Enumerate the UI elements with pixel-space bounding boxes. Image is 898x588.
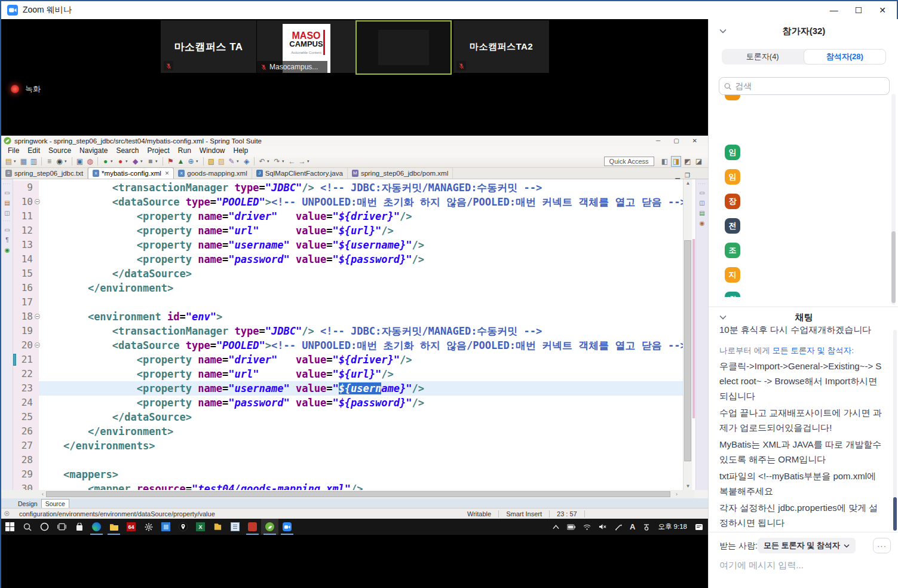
- vertical-scrollbar[interactable]: ▲ ▼: [683, 179, 692, 490]
- taskbar-task-view-icon[interactable]: [53, 519, 71, 535]
- hierarchy-icon[interactable]: ◫: [1, 210, 13, 216]
- toolbar-icon[interactable]: ◍: [85, 156, 95, 167]
- dropdown-arrow-icon[interactable]: ▾: [196, 159, 201, 164]
- close-button[interactable]: ✕: [879, 1, 886, 19]
- project-explorer-icon[interactable]: ▤: [1, 200, 13, 206]
- battery-icon[interactable]: [567, 524, 575, 530]
- taskbar-search-icon[interactable]: [19, 519, 36, 535]
- taskbar-photos-icon[interactable]: [157, 519, 174, 535]
- toolbar-icon[interactable]: ◆: [130, 156, 140, 167]
- video-tile[interactable]: 마소캠퍼스 TA: [161, 20, 256, 73]
- notification-center-icon[interactable]: [695, 523, 703, 531]
- dropdown-arrow-icon[interactable]: ▾: [14, 159, 19, 164]
- participants-scrollbar[interactable]: [891, 94, 896, 305]
- toolbar-icon[interactable]: ◈: [241, 156, 252, 167]
- chat-more-button[interactable]: ···: [873, 538, 891, 553]
- editor-minimize-icon[interactable]: ▁: [675, 172, 680, 179]
- dropdown-arrow-icon[interactable]: ▾: [65, 159, 69, 164]
- scroll-right-arrow[interactable]: ›: [676, 490, 678, 498]
- taskbar-settings-icon[interactable]: [140, 519, 157, 535]
- video-tile[interactable]: 마소캠퍼스TA2: [453, 20, 549, 73]
- toolbar-icon[interactable]: ↶: [257, 156, 267, 167]
- participant-avatar[interactable]: 지: [725, 267, 740, 283]
- vertical-scroll-thumb[interactable]: [684, 240, 691, 461]
- volume-muted-icon[interactable]: [599, 523, 607, 530]
- toolbar-icon[interactable]: ▲: [176, 156, 186, 167]
- code-area[interactable]: <transactionManager type="JDBC"/> <!-- J…: [39, 180, 683, 490]
- horizontal-scrollbar[interactable]: ‹ ›: [1, 490, 694, 498]
- toolbar-icon[interactable]: ←: [287, 156, 297, 167]
- toolbar-icon[interactable]: ↷: [272, 156, 282, 167]
- taskbar-spring-tool-suite-icon[interactable]: [261, 519, 278, 535]
- participants-tab[interactable]: 토론자(4): [722, 49, 804, 65]
- restore-view-icon[interactable]: ▭: [696, 189, 708, 196]
- dropdown-arrow-icon[interactable]: ▾: [282, 159, 287, 164]
- toolbar-icon[interactable]: ▣: [75, 156, 85, 167]
- minimize-button[interactable]: —: [830, 1, 838, 19]
- menu-navigate[interactable]: Navigate: [75, 146, 112, 155]
- toolbar-icon[interactable]: ▤: [4, 156, 14, 167]
- taskbar-edge-icon[interactable]: [88, 519, 105, 535]
- scroll-left-arrow[interactable]: ‹: [42, 490, 44, 498]
- dropdown-arrow-icon[interactable]: ▾: [307, 159, 312, 164]
- taskbar-file-explorer-icon[interactable]: [105, 519, 122, 535]
- menu-help[interactable]: Help: [229, 146, 253, 155]
- menu-file[interactable]: File: [4, 146, 23, 155]
- toolbar-icon[interactable]: ◉: [54, 156, 65, 167]
- dropdown-arrow-icon[interactable]: ▾: [111, 159, 115, 164]
- chat-recipient-link[interactable]: 모든 토론자 및 참석자:: [773, 346, 854, 355]
- editor-maximize-icon[interactable]: ❐: [685, 172, 690, 179]
- editor-tab[interactable]: x*mybatis-config.xml✕: [88, 167, 174, 179]
- video-tile[interactable]: MASOCAMPUSActionable ContentMasocampus..…: [257, 20, 355, 73]
- video-tile-active-speaker[interactable]: [355, 20, 452, 75]
- ide-maximize-button[interactable]: ▢: [673, 136, 679, 146]
- chat-message-input[interactable]: [719, 560, 881, 570]
- toolbar-icon[interactable]: ■: [145, 156, 155, 167]
- taskbar-maps-icon[interactable]: [174, 519, 192, 535]
- toolbar-icon[interactable]: ●: [115, 156, 125, 167]
- xml-editor[interactable]: ···· ▭ ▤ ◫ ···· ▭ ¶ ◉ 910111213141516171…: [1, 179, 708, 490]
- outline-view-icon[interactable]: ◫: [696, 200, 708, 206]
- toolbar-icon[interactable]: ●: [100, 156, 111, 167]
- tray-chevron-up-icon[interactable]: [553, 525, 559, 529]
- server-icon[interactable]: ◉: [1, 247, 13, 253]
- taskbar-excel-icon[interactable]: X: [192, 519, 209, 535]
- horizontal-scroll-thumb[interactable]: [46, 491, 670, 497]
- tab-close-icon[interactable]: ✕: [165, 170, 170, 176]
- wifi-icon[interactable]: [583, 524, 591, 530]
- menu-window[interactable]: Window: [195, 146, 229, 155]
- pen-icon[interactable]: [615, 523, 622, 531]
- chat-scrollbar[interactable]: [893, 330, 897, 531]
- participant-avatar[interactable]: 장: [725, 194, 740, 209]
- menu-source[interactable]: Source: [44, 146, 75, 155]
- ime-hangul-icon[interactable]: [643, 523, 650, 531]
- menu-project[interactable]: Project: [143, 146, 173, 155]
- toolbar-icon[interactable]: ≡: [44, 156, 54, 167]
- toolbar-icon[interactable]: ▨: [216, 156, 226, 167]
- ime-english-icon[interactable]: A: [630, 522, 635, 531]
- java-ee-perspective-icon[interactable]: ◨: [671, 156, 681, 167]
- editor-tab[interactable]: Mspring_step06_jdbc/pom.xml: [348, 167, 453, 179]
- view-tab-source[interactable]: Source: [41, 499, 69, 508]
- taskbar-notes-icon[interactable]: [226, 519, 244, 535]
- dropdown-arrow-icon[interactable]: ▾: [155, 159, 160, 164]
- toolbar-icon[interactable]: ▨: [206, 156, 216, 167]
- recipient-dropdown[interactable]: 모든 토론자 및 참석자: [758, 538, 856, 553]
- participant-search[interactable]: [719, 77, 890, 95]
- resource-perspective-icon[interactable]: ◪: [694, 157, 703, 166]
- participant-avatar[interactable]: 임: [725, 169, 740, 185]
- ide-minimize-button[interactable]: ─: [656, 136, 660, 146]
- toolbar-icon[interactable]: ▦: [19, 156, 29, 167]
- taskbar-app-yellow-icon[interactable]: [209, 519, 226, 535]
- templates-view-icon[interactable]: ▤: [696, 210, 708, 216]
- dropdown-arrow-icon[interactable]: ▾: [237, 159, 241, 164]
- participant-avatar[interactable]: 전: [725, 218, 740, 234]
- open-perspective-icon[interactable]: ◧: [660, 157, 669, 166]
- scroll-up-arrow[interactable]: ▲: [684, 180, 692, 186]
- taskbar-app-red-icon[interactable]: [244, 519, 261, 535]
- snippets-icon[interactable]: ▭: [1, 226, 13, 233]
- view-tab-design[interactable]: Design: [14, 500, 41, 508]
- menu-search[interactable]: Search: [112, 146, 143, 155]
- dropdown-arrow-icon[interactable]: ▾: [267, 159, 272, 164]
- clock[interactable]: 오후 9:18: [658, 522, 687, 531]
